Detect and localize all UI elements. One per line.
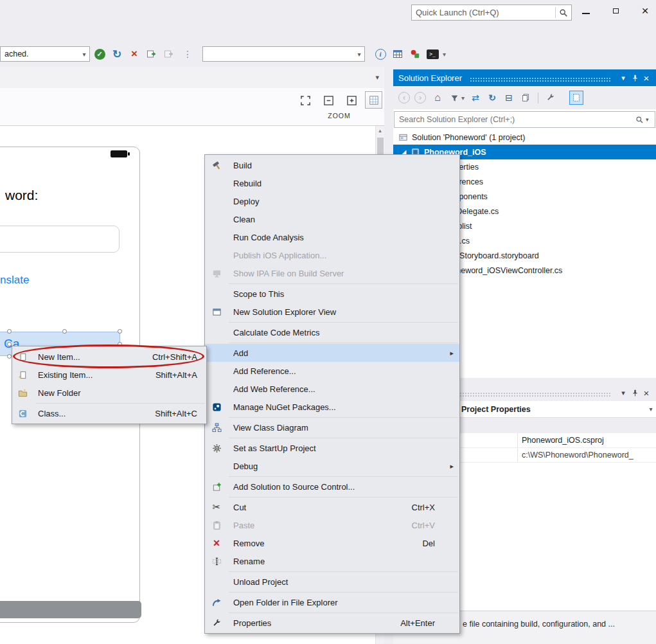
export-disabled-icon[interactable] bbox=[161, 46, 177, 62]
menu-item-rebuild[interactable]: Rebuild bbox=[205, 174, 459, 192]
console-glyph: >_ bbox=[427, 49, 439, 59]
menu-separator bbox=[229, 497, 458, 497]
menu-item-new-folder[interactable]: New Folder bbox=[12, 384, 206, 402]
menu-item-add-reference[interactable]: Add Reference... bbox=[205, 362, 459, 380]
filter-icon[interactable] bbox=[447, 91, 461, 105]
chevron-down-icon[interactable]: ▾ bbox=[646, 116, 655, 123]
home-icon[interactable]: ⌂ bbox=[430, 91, 445, 105]
menu-item-clean[interactable]: Clean bbox=[205, 210, 459, 228]
solution-explorer-titlebar[interactable]: Solution Explorer ▾ × bbox=[393, 69, 656, 86]
collapse-all-icon[interactable]: ⊟ bbox=[502, 91, 516, 105]
menu-item-new-item[interactable]: New Item... Ctrl+Shift+A bbox=[12, 348, 206, 366]
info-icon[interactable]: i bbox=[373, 46, 388, 62]
refresh-icon[interactable]: ↻ bbox=[485, 91, 499, 105]
nav-back-icon[interactable]: ‹ bbox=[398, 92, 410, 103]
menu-item-open-folder[interactable]: Open Folder in File Explorer bbox=[205, 593, 459, 611]
menu-item-paste: Paste Ctrl+V bbox=[205, 516, 459, 534]
menu-item-label: Run Code Analysis bbox=[233, 233, 304, 242]
minimize-button[interactable] bbox=[579, 4, 593, 18]
chevron-down-icon[interactable]: ▾ bbox=[646, 406, 656, 413]
minimize-icon bbox=[582, 13, 590, 14]
window-position-icon[interactable]: ▾ bbox=[617, 72, 629, 84]
pages-icon[interactable] bbox=[519, 91, 533, 105]
quick-launch-input[interactable] bbox=[412, 8, 555, 17]
close-button[interactable]: × bbox=[638, 4, 652, 18]
menu-item-scope-to-this[interactable]: Scope to This bbox=[205, 285, 459, 303]
constraints-grid-button[interactable] bbox=[365, 91, 382, 109]
phone-number-field[interactable] bbox=[0, 226, 120, 253]
solution-search-box[interactable]: ▾ bbox=[394, 111, 655, 128]
menu-item-rename[interactable]: Rename bbox=[205, 552, 459, 570]
refresh-icon[interactable]: ↻ bbox=[109, 46, 125, 62]
menu-item-view-class-diagram[interactable]: View Class Diagram bbox=[205, 418, 459, 436]
toolbar-grip[interactable]: ⋮ bbox=[183, 49, 191, 59]
filter-dropdown-icon[interactable]: ▾ bbox=[461, 94, 465, 102]
menu-item-unload-project[interactable]: Unload Project bbox=[205, 573, 459, 591]
menu-item-add[interactable]: Add ▸ bbox=[205, 344, 459, 362]
zoom-out-icon[interactable] bbox=[321, 93, 336, 108]
nuget-icon bbox=[205, 402, 228, 412]
menu-item-label: Add Solution to Source Control... bbox=[233, 482, 355, 492]
show-all-files-icon[interactable] bbox=[569, 91, 583, 105]
close-icon[interactable]: × bbox=[641, 387, 652, 398]
menu-item-add-web-reference[interactable]: Add Web Reference... bbox=[205, 380, 459, 398]
sync-icon[interactable]: ⇄ bbox=[468, 91, 483, 105]
solution-search-input[interactable] bbox=[394, 115, 633, 124]
menu-item-add-to-source-control[interactable]: Add Solution to Source Control... bbox=[205, 478, 459, 496]
menu-item-set-as-startup[interactable]: Set as StartUp Project bbox=[205, 439, 459, 457]
menu-item-shortcut: Del bbox=[422, 539, 443, 548]
properties-icon[interactable] bbox=[544, 91, 558, 105]
nav-forward-icon[interactable]: › bbox=[414, 92, 426, 103]
menu-item-properties[interactable]: Properties Alt+Enter bbox=[205, 614, 459, 632]
grid-icon[interactable] bbox=[390, 46, 405, 62]
disconnect-icon[interactable]: × bbox=[127, 46, 142, 62]
pin-icon[interactable] bbox=[629, 72, 641, 84]
scroll-up-icon[interactable]: ▴ bbox=[376, 126, 384, 136]
restore-button[interactable] bbox=[608, 4, 623, 18]
chevron-down-icon[interactable]: ▾ bbox=[79, 51, 89, 58]
chevron-down-icon[interactable]: ▾ bbox=[354, 51, 364, 58]
chevron-down-icon[interactable]: ▾ bbox=[443, 51, 446, 58]
selection-handle[interactable] bbox=[7, 329, 12, 334]
menu-separator bbox=[229, 571, 458, 572]
search-icon[interactable] bbox=[556, 8, 571, 17]
zoom-in-icon[interactable] bbox=[344, 93, 359, 108]
translate-button-label[interactable]: nslate bbox=[0, 274, 29, 287]
menu-item-new-solution-explorer-view[interactable]: New Solution Explorer View bbox=[205, 303, 459, 321]
selection-handle[interactable] bbox=[7, 342, 12, 346]
tab-overflow-icon[interactable]: ▾ bbox=[375, 73, 379, 82]
menu-item-deploy[interactable]: Deploy bbox=[205, 192, 459, 210]
connected-status-icon[interactable]: ✓ bbox=[92, 46, 107, 62]
new-window-icon bbox=[205, 307, 228, 317]
diagnostics-icon[interactable] bbox=[407, 46, 423, 62]
selection-handle[interactable] bbox=[62, 329, 67, 334]
menu-item-calculate-code-metrics[interactable]: Calculate Code Metrics bbox=[205, 323, 459, 341]
tree-item-solution[interactable]: Solution 'Phoneword' (1 project) bbox=[393, 130, 656, 145]
menu-item-label: Class... bbox=[38, 409, 66, 418]
zoom-fit-icon[interactable] bbox=[297, 93, 313, 108]
menu-item-debug[interactable]: Debug ▸ bbox=[205, 457, 459, 475]
menu-item-existing-item[interactable]: Existing Item... Shift+Alt+A bbox=[12, 366, 206, 384]
quick-launch[interactable] bbox=[411, 4, 572, 21]
window-position-icon[interactable]: ▾ bbox=[617, 387, 629, 398]
pin-icon[interactable] bbox=[629, 387, 641, 398]
toolbar-combobox[interactable]: ▾ bbox=[202, 46, 365, 62]
console-icon[interactable]: >_ bbox=[425, 46, 440, 62]
debug-target-combo[interactable]: ached. ▾ bbox=[0, 46, 90, 62]
menu-separator bbox=[229, 322, 458, 323]
refresh-glyph: ↻ bbox=[112, 48, 121, 61]
property-value[interactable]: c:\WS\Phoneword\Phoneword_ bbox=[518, 451, 656, 460]
menu-item-class[interactable]: Class... Shift+Alt+C bbox=[12, 404, 206, 422]
restore-icon bbox=[613, 8, 619, 13]
menu-item-remove[interactable]: × Remove Del bbox=[205, 534, 459, 552]
menu-item-run-code-analysis[interactable]: Run Code Analysis bbox=[205, 228, 459, 246]
property-value[interactable]: Phoneword_iOS.csproj bbox=[518, 436, 656, 445]
search-icon[interactable] bbox=[633, 116, 646, 124]
selection-handle[interactable] bbox=[7, 354, 12, 359]
selection-handle[interactable] bbox=[118, 329, 122, 334]
menu-item-manage-nuget[interactable]: Manage NuGet Packages... bbox=[205, 398, 459, 416]
close-icon[interactable]: × bbox=[641, 72, 652, 84]
menu-item-build[interactable]: Build bbox=[205, 156, 459, 174]
menu-item-cut[interactable]: ✂ Cut Ctrl+X bbox=[205, 498, 459, 516]
export-icon[interactable] bbox=[144, 46, 159, 62]
